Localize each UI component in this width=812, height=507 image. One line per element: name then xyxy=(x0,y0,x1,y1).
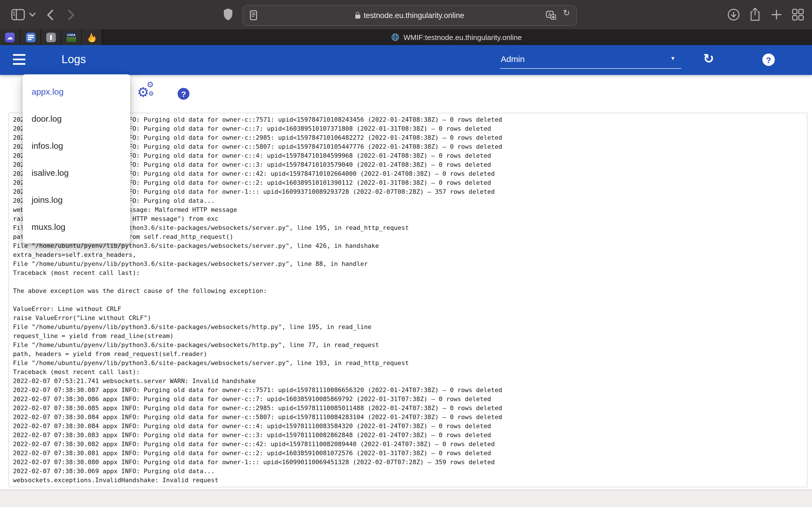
active-tab-title: WMIF:testnode.eu.thingularity.online xyxy=(403,33,522,41)
log-line: raise InvalidMessage("Malformed HTTP mes… xyxy=(13,215,807,224)
log-line: 2022-02-07 07:38:30.080 appx INFO: Purgi… xyxy=(13,458,807,467)
log-file-dropdown: appx.logdoor.loginfos.logisalive.logjoin… xyxy=(22,74,130,243)
log-line: File "/home/ubuntu/pyenv/lib/python3.6/s… xyxy=(13,260,807,269)
log-line: File "/home/ubuntu/pyenv/lib/python3.6/s… xyxy=(13,224,807,233)
log-line: 2022-02-07 07:38:30.082 appx INFO: Purgi… xyxy=(13,440,807,449)
reader-view-icon[interactable] xyxy=(250,10,257,20)
log-line: Traceback (most recent call last): xyxy=(13,269,807,278)
log-line: File "/home/ubuntu/pyenv/lib/python3.6/s… xyxy=(13,242,807,251)
usda-site-icon: USDA xyxy=(66,33,76,42)
log-line: extra_headers=self.extra_headers, xyxy=(13,251,807,260)
log-file-option[interactable]: infos.log xyxy=(22,132,130,159)
back-button[interactable] xyxy=(47,10,54,20)
log-line: 2022-02-07 07:38:30.081 appx INFO: Purgi… xyxy=(13,449,807,458)
log-line: File "/home/ubuntu/pyenv/lib/python3.6/s… xyxy=(13,341,807,350)
url-text: testnode.eu.thingularity.online xyxy=(364,11,464,20)
log-line: 2022-02-07 08:38:30.081 appx INFO: Purgi… xyxy=(13,179,807,187)
log-line: 2022-02-07 08:38:30.083 appx INFO: Purgi… xyxy=(13,161,807,170)
log-line: websockets.exceptions.InvalidMessage: Ma… xyxy=(13,206,807,215)
pinned-tab-pipe[interactable] xyxy=(41,29,61,45)
log-line: 2022-02-07 07:38:30.084 appx INFO: Purgi… xyxy=(13,413,807,422)
log-line: 2022-02-07 07:38:30.083 appx INFO: Purgi… xyxy=(13,431,807,440)
browser-window: testnode.eu.thingularity.online A✱ ↻ ☁ xyxy=(0,0,812,507)
log-line xyxy=(13,296,807,305)
log-line: File "/home/ubuntu/pyenv/lib/python3.6/s… xyxy=(13,323,807,332)
log-line: 2022-02-07 08:38:30.082 appx INFO: Purgi… xyxy=(13,170,807,179)
log-line: websockets.exceptions.InvalidHandshake: … xyxy=(13,476,807,485)
reload-icon[interactable]: ↻ xyxy=(563,8,570,18)
log-help-button[interactable]: ? xyxy=(177,88,190,100)
privacy-shield-icon[interactable] xyxy=(223,8,233,21)
sidebar-toggle-button[interactable] xyxy=(11,9,25,20)
log-line: 2022-02-07 08:38:30.069 appx INFO: Purgi… xyxy=(13,196,807,206)
menu-button[interactable] xyxy=(13,54,26,65)
cloud-app-icon: ☁ xyxy=(5,33,15,42)
pinned-tab-notes[interactable] xyxy=(20,29,41,45)
footer-strip xyxy=(0,490,812,507)
downloads-button[interactable] xyxy=(727,8,740,21)
user-role-value: Admin xyxy=(501,54,525,64)
tab-bar: ☁ USDA WMIF:testnode.eu.thingularity.onl… xyxy=(0,29,812,45)
chevron-down-icon[interactable] xyxy=(29,12,36,17)
lock-icon xyxy=(355,15,360,18)
log-line: 2022-02-07 07:53:21.741 websockets.serve… xyxy=(13,377,807,386)
pipe-app-icon xyxy=(46,33,56,42)
browser-toolbar: testnode.eu.thingularity.online A✱ ↻ xyxy=(0,0,812,29)
firebase-flame-icon xyxy=(87,33,96,42)
address-bar[interactable]: testnode.eu.thingularity.online A✱ ↻ xyxy=(243,5,577,26)
user-role-select[interactable]: Admin ▾ xyxy=(500,52,681,68)
log-line xyxy=(13,278,807,287)
log-file-option[interactable]: muxs.log xyxy=(22,213,130,240)
log-line: 2022-02-07 08:38:30.084 appx INFO: Purgi… xyxy=(13,143,807,152)
new-tab-button[interactable] xyxy=(771,9,782,20)
log-line: 2022-02-07 07:38:30.084 appx INFO: Purgi… xyxy=(13,422,807,431)
log-line: ValueError: Line without CRLF xyxy=(13,305,807,314)
header-help-button[interactable]: ? xyxy=(762,54,775,66)
forward-button[interactable] xyxy=(68,10,74,20)
page-title: Logs xyxy=(61,53,86,66)
log-line: 2022-02-07 08:38:30.087 appx INFO: Purgi… xyxy=(13,115,807,124)
refresh-button[interactable]: ↻ xyxy=(703,51,714,66)
log-line: The above exception was the direct cause… xyxy=(13,287,807,296)
pinned-tab-usda[interactable]: USDA xyxy=(61,29,82,45)
log-line: 2022-02-07 07:38:30.087 appx INFO: Purgi… xyxy=(13,386,807,395)
log-line: File "/home/ubuntu/pyenv/lib/python3.6/s… xyxy=(13,359,807,368)
log-line: 2022-02-07 07:38:30.085 appx INFO: Purgi… xyxy=(13,404,807,413)
select-underline xyxy=(500,68,681,69)
share-button[interactable] xyxy=(749,7,761,21)
url-display[interactable]: testnode.eu.thingularity.online xyxy=(355,11,464,20)
log-line: raise ValueError("Line without CRLF") xyxy=(13,314,807,323)
log-file-option[interactable]: door.log xyxy=(22,105,130,132)
log-line: 2022-02-07 07:38:30.069 appx INFO: Purgi… xyxy=(13,467,807,476)
log-line: 2022-02-07 08:38:30.080 appx INFO: Purgi… xyxy=(13,187,807,196)
log-line: path, request_headers = yield from self.… xyxy=(13,233,807,242)
log-file-option[interactable]: isalive.log xyxy=(22,159,130,186)
chevron-down-icon: ▾ xyxy=(671,55,674,62)
log-file-option[interactable]: joins.log xyxy=(22,186,130,213)
pinned-tab-cloud[interactable]: ☁ xyxy=(0,29,20,45)
log-line: path, headers = yield from read_request(… xyxy=(13,350,807,359)
log-line: 2022-02-07 08:38:30.085 appx INFO: Purgi… xyxy=(13,133,807,143)
app-header xyxy=(0,45,812,75)
translate-icon[interactable]: A✱ xyxy=(546,11,556,20)
active-tab[interactable]: WMIF:testnode.eu.thingularity.online xyxy=(101,29,812,45)
log-line: 2022-02-07 08:38:30.084 appx INFO: Purgi… xyxy=(13,152,807,161)
log-line: 2022-02-07 07:38:30.086 appx INFO: Purgi… xyxy=(13,395,807,404)
settings-gears-icon[interactable]: ⚙⚙⚙ xyxy=(137,81,157,100)
log-file-option[interactable]: appx.log xyxy=(22,78,130,105)
pinned-tab-firebase[interactable] xyxy=(82,29,102,45)
log-line: Traceback (most recent call last): xyxy=(13,368,807,377)
svg-text:✱: ✱ xyxy=(552,15,555,19)
log-line: request_line = yield from read_line(stre… xyxy=(13,332,807,341)
tab-overview-button[interactable] xyxy=(792,8,804,21)
log-line: 2022-02-07 08:38:30.086 appx INFO: Purgi… xyxy=(13,124,807,133)
notes-app-icon xyxy=(26,33,35,42)
globe-favicon xyxy=(392,33,400,41)
